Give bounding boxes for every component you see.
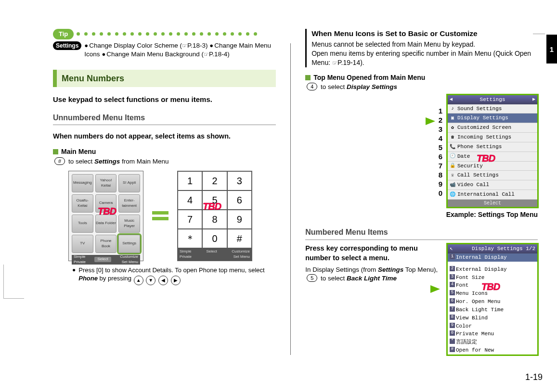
keypad-key: 2 [202, 171, 227, 190]
top-menu-instruction: 4 to select Display Settings [305, 83, 538, 91]
app-icon-settings: Settings [118, 235, 140, 253]
page-number: 1-19 [525, 372, 543, 382]
keypad-key: 9 [227, 210, 252, 229]
main-menu-heading: Main Menu [53, 147, 276, 156]
key-5-icon: 5 [307, 274, 317, 282]
chapter-tab: 1 [546, 35, 557, 63]
keypad-key: 0 [202, 229, 227, 248]
screenshot-keypad: 1 2 3 4 5 6 7 8 9 ＊ 0 # SimplePriv [177, 171, 252, 261]
app-icon: Music Player [118, 215, 140, 233]
app-icon: TV [72, 235, 93, 253]
arrow-indicator-icon [430, 285, 440, 293]
screenshot-display-settings: ↖Display Settings 1/2 1Internal Display … [447, 244, 538, 355]
top-menu-heading: Top Menu Opened from Main Menu [305, 73, 538, 82]
sub-header-unnumbered: Unnumbered Menu Items [53, 113, 276, 126]
key-4-icon: 4 [307, 83, 317, 90]
app-icon: Yahoo! Keitai [95, 174, 117, 192]
dpad-right-icon: ▶ [171, 276, 181, 285]
hash-key-icon: # [54, 157, 65, 165]
keypad-key: 6 [227, 190, 252, 210]
crop-mark-left [3, 265, 24, 299]
dpad-down-icon: ▼ [146, 276, 155, 285]
app-icon: Phone Book [95, 235, 117, 253]
equals-icon [152, 211, 168, 220]
screenshot-settings-menu: ◀Settings▶ ♪Sound Settings ▣Display Sett… [447, 95, 538, 208]
numbered-lead: Press key corresponding to menu number t… [305, 244, 441, 263]
section-header-menu-numbers: Menu Numbers [53, 70, 276, 87]
tip-badge: Tip [53, 29, 74, 39]
dpad-left-icon: ◀ [158, 276, 168, 285]
note-title: When Menu Icons is Set to Basic or Custo… [311, 29, 538, 39]
footnote: ● Press [0] to show Account Details. To … [72, 266, 276, 285]
app-icon: Osaifu-Keitai [72, 194, 93, 213]
app-icon: Data Folder [95, 215, 117, 233]
app-icon: Messaging [72, 174, 93, 192]
app-icon: S! Appli [118, 174, 140, 192]
arrow-indicator-icon [426, 117, 435, 125]
lead-text: Use keypad to select functions or menu i… [53, 95, 276, 104]
app-icon: Enter-tainment [118, 194, 140, 213]
keypad-key: 4 [178, 190, 202, 210]
keypad-key: 8 [202, 210, 227, 229]
index-numbers: 1234567890 [436, 106, 442, 208]
keypad-key: 3 [227, 171, 252, 190]
settings-badge: Settings [53, 41, 81, 51]
lead-text-2: When numbers do not appear, select items… [53, 132, 276, 141]
app-icon: Camera [95, 194, 117, 213]
keypad-key: # [227, 229, 252, 248]
keypad-key: 7 [178, 210, 202, 229]
note-body: Menus cannot be selected from Main Menu … [311, 40, 538, 67]
tip-dots [77, 32, 276, 36]
figure-caption: Example: Settings Top Menu [305, 210, 538, 219]
keypad-key: 1 [178, 171, 202, 190]
tip-text: ●Change Display Color Scheme (☞P.18-3) ●… [84, 41, 276, 60]
keypad-key: 5 [202, 190, 227, 210]
app-icon: Tools [72, 215, 93, 233]
screenshot-main-menu: Messaging Yahoo! Keitai S! Appli Osaifu-… [68, 171, 143, 261]
main-menu-instruction: # to select Settings from Main Menu [53, 157, 276, 166]
softkey-bar: SimplePrivate Select CustomizeSet Menu [72, 255, 140, 265]
keypad-key: ＊ [178, 229, 202, 248]
column-divider [290, 43, 291, 355]
dpad-up-icon: ▲ [134, 276, 143, 285]
sub-header-numbered: Numbered Menu Items [305, 227, 538, 240]
numbered-body: In Display Settings (from Settings Top M… [305, 266, 441, 283]
